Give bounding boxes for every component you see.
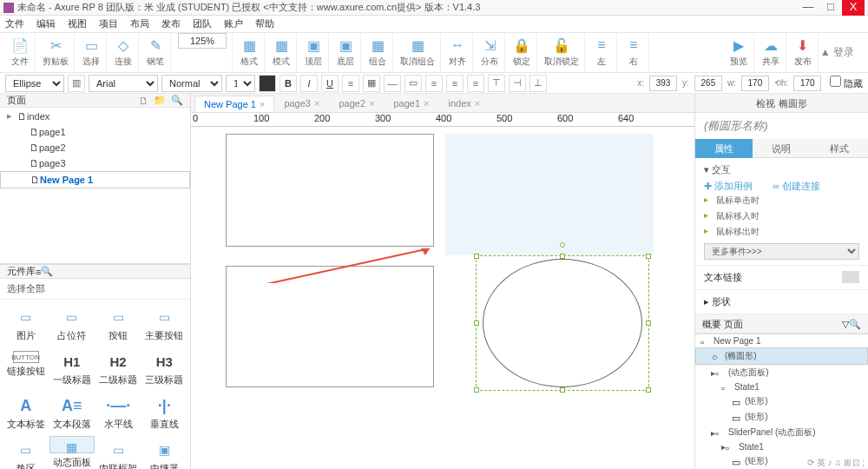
outline-(矩形)[interactable]: ▭(矩形) xyxy=(695,393,868,409)
lib-占位符[interactable]: ▭占位符 xyxy=(49,303,94,346)
rectangle-shape-2[interactable] xyxy=(226,266,434,387)
tab-properties[interactable]: 属性 xyxy=(695,139,753,158)
select-all[interactable]: 选择全部 xyxy=(0,279,190,300)
weight-select[interactable]: Normal xyxy=(161,75,222,92)
h-field[interactable] xyxy=(793,76,821,91)
tool-连接[interactable]: ◇连接 xyxy=(108,33,139,72)
tab-index[interactable]: index× xyxy=(438,95,490,112)
menu-帮助[interactable]: 帮助 xyxy=(255,17,274,30)
font-select[interactable]: Arial xyxy=(89,75,158,92)
add-folder-icon[interactable]: 📁 xyxy=(154,95,166,106)
tab-New Page 1[interactable]: New Page 1× xyxy=(194,96,274,112)
tool-底层[interactable]: ▣底层 xyxy=(331,33,361,72)
outline-SliderPanel (动态面板)[interactable]: ▸ ▫SliderPanel (动态面板) xyxy=(695,425,868,440)
tool-锁定[interactable]: 🔒锁定 xyxy=(507,33,537,72)
more-events-select[interactable]: 更多事件>>> xyxy=(704,243,859,260)
lib-垂直线[interactable]: ·|·垂直线 xyxy=(142,392,187,434)
size-select[interactable]: 13 xyxy=(226,75,255,92)
lib-内联框架[interactable]: ▭内联框架 xyxy=(96,436,141,469)
menu-编辑[interactable]: 编辑 xyxy=(36,17,56,30)
menu-项目[interactable]: 项目 xyxy=(99,17,118,30)
event-鼠标单击时[interactable]: 鼠标单击时 xyxy=(704,193,859,208)
tool-钢笔[interactable]: ✎钢笔 xyxy=(141,33,171,72)
maximize-button[interactable]: □ xyxy=(819,0,842,16)
tool-左[interactable]: ≡左 xyxy=(587,33,617,72)
tool-对齐[interactable]: ↔对齐 xyxy=(443,33,473,72)
menu-视图[interactable]: 视图 xyxy=(68,17,87,30)
line-button[interactable]: — xyxy=(384,75,401,92)
event-鼠标移出时[interactable]: 鼠标移出时 xyxy=(704,224,859,240)
interaction-title[interactable]: ▾ 交互 xyxy=(704,163,859,176)
tool-剪贴板[interactable]: ✂剪贴板 xyxy=(37,33,75,72)
lib-文本标签[interactable]: A文本标签 xyxy=(3,392,48,434)
textlink-swatch[interactable] xyxy=(842,271,859,283)
align-center-button[interactable]: ≡ xyxy=(446,75,464,92)
outline-(椭圆形)[interactable]: ○(椭圆形) xyxy=(695,347,868,365)
lib-动态面板[interactable]: ▦动态面板 xyxy=(49,436,94,453)
lib-水平线[interactable]: ·—·水平线 xyxy=(96,392,141,434)
tool-顶层[interactable]: ▣顶层 xyxy=(299,33,329,72)
tool-预览[interactable]: ▶预览 xyxy=(724,33,754,72)
tool-分布[interactable]: ⇲分布 xyxy=(475,33,505,72)
hide-checkbox[interactable] xyxy=(830,76,841,87)
shape-section[interactable]: ▸ 形状 xyxy=(695,290,868,314)
x-field[interactable] xyxy=(649,76,677,91)
outline-New Page 1[interactable]: ▫New Page 1 xyxy=(695,334,868,347)
tool-共享[interactable]: ☁共享 xyxy=(756,33,786,72)
italic-button[interactable]: I xyxy=(300,75,318,92)
lib-三级标题[interactable]: H3三级标题 xyxy=(142,347,187,390)
tool-组合[interactable]: ▦组合 xyxy=(363,33,393,72)
menu-团队[interactable]: 团队 xyxy=(193,17,212,30)
color-button[interactable] xyxy=(259,75,276,92)
padding-icon[interactable]: ▥ xyxy=(68,75,85,92)
w-field[interactable] xyxy=(741,76,769,91)
tool-取消锁定[interactable]: 🔓取消锁定 xyxy=(539,33,585,72)
tab-notes[interactable]: 说明 xyxy=(753,139,810,158)
page-index[interactable]: ▸🗋 index xyxy=(0,108,190,124)
lib-图片[interactable]: ▭图片 xyxy=(3,303,48,346)
rectangle-shape-1[interactable] xyxy=(226,134,434,247)
menu-账户[interactable]: 账户 xyxy=(224,17,243,30)
align-left-button[interactable]: ≡ xyxy=(425,75,443,92)
login-button[interactable]: ▲ 登录 xyxy=(820,45,854,60)
outline-State1[interactable]: ▸ ▫State1 xyxy=(695,440,868,453)
tool-取消组合[interactable]: ▦取消组合 xyxy=(395,33,441,72)
align-right-button[interactable]: ≡ xyxy=(467,75,484,92)
fill-button[interactable]: ▦ xyxy=(363,75,380,92)
menu-布局[interactable]: 布局 xyxy=(130,17,149,30)
lib-主要按钮[interactable]: ▭主要按钮 xyxy=(142,303,187,346)
tool-发布[interactable]: ⬇发布 xyxy=(788,33,819,72)
lib-一级标题[interactable]: H1一级标题 xyxy=(49,347,94,390)
page-page3[interactable]: 🗋 page3 xyxy=(0,155,190,171)
tool-选择[interactable]: ▭选择 xyxy=(76,33,107,72)
page-page1[interactable]: 🗋 page1 xyxy=(0,124,190,140)
menu-发布[interactable]: 发布 xyxy=(161,17,181,30)
tab-page3[interactable]: page3× xyxy=(274,95,329,112)
tab-page1[interactable]: page1× xyxy=(384,95,438,112)
add-page-icon[interactable]: 🗋 xyxy=(139,96,148,106)
tool-右[interactable]: ≡右 xyxy=(619,33,649,72)
item-name[interactable]: (椭圆形名称) xyxy=(695,113,868,139)
minimize-button[interactable]: — xyxy=(797,0,819,16)
add-case-link[interactable]: ✚ 添加用例 xyxy=(704,181,753,191)
lib-search-icon[interactable]: 🔍 xyxy=(41,266,53,277)
close-button[interactable]: X xyxy=(842,0,865,16)
lib-中继器[interactable]: ▣中继器 xyxy=(142,436,187,469)
outline-(动态面板)[interactable]: ▸ ▫(动态面板) xyxy=(695,365,868,380)
underline-button[interactable]: U xyxy=(321,75,339,92)
lib-二级标题[interactable]: H2二级标题 xyxy=(96,347,141,390)
search-icon[interactable]: 🔍 xyxy=(171,95,183,106)
align-middle-button[interactable]: ⊣ xyxy=(509,75,526,92)
menu-文件[interactable]: 文件 xyxy=(5,17,24,30)
event-鼠标移入时[interactable]: 鼠标移入时 xyxy=(704,208,859,224)
page-page2[interactable]: 🗋 page2 xyxy=(0,140,190,155)
tab-page2[interactable]: page2× xyxy=(329,95,384,112)
lib-按钮[interactable]: ▭按钮 xyxy=(96,303,141,346)
y-field[interactable] xyxy=(694,76,722,91)
tab-style[interactable]: 样式 xyxy=(811,139,868,158)
outline-search-icon[interactable]: 🔍 xyxy=(849,314,861,333)
align-bottom-button[interactable]: ⊥ xyxy=(529,75,547,92)
tool-模式[interactable]: ▦模式 xyxy=(266,33,297,72)
tool-zoom[interactable]: 125% xyxy=(173,33,233,72)
align-top-button[interactable]: ⊤ xyxy=(488,75,505,92)
